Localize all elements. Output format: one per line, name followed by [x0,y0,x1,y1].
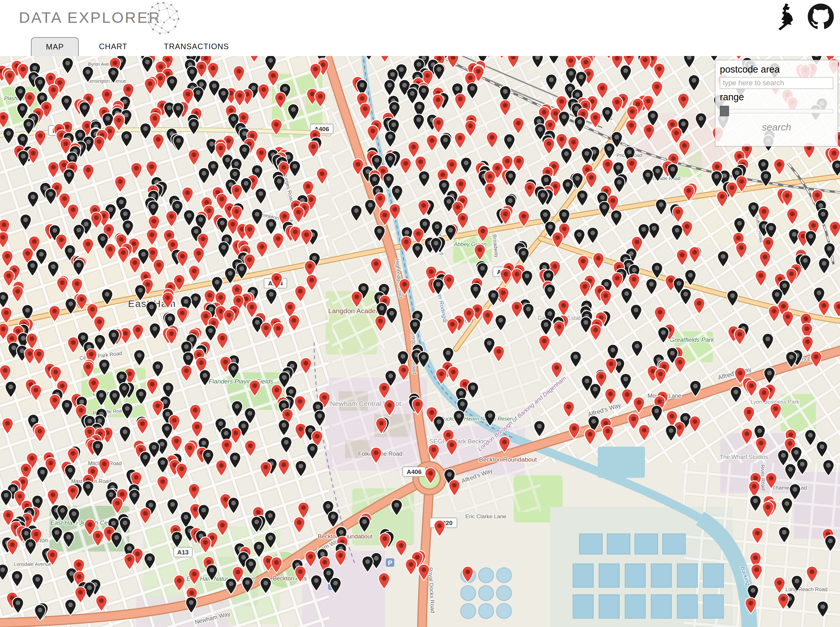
tab-chart[interactable]: CHART [99,37,127,56]
search-panel: postcode area range search [715,60,838,147]
map-label: Cuckold's Haven Nature Reserve [440,416,517,422]
parking-icon: P [386,558,394,567]
tab-transactions[interactable]: TRANSACTIONS [164,37,229,56]
tab-map[interactable]: MAP [31,37,79,56]
road-shield: A13 [174,547,192,557]
map-container: B165A406A124A123A406A1020A13PPP East Ham… [0,56,840,627]
search-button[interactable]: search [762,122,791,133]
range-slider[interactable] [720,105,833,117]
header-icons [775,3,834,31]
svg-text:P: P [388,559,392,566]
reservoir [598,447,645,478]
range-slider-track[interactable] [720,109,833,113]
map-label: Eric Clarke Lane [465,514,506,520]
range-slider-handle[interactable] [720,106,729,116]
postcode-search-input[interactable] [720,77,833,89]
app-root: DATA EXPLORER MAP CHART TR [0,0,840,627]
map-label: Long Reach Road [786,587,827,592]
uk-map-icon[interactable] [774,1,801,32]
map-label: Kensington Avenue [87,79,126,83]
range-label: range [720,92,833,102]
tab-bar: MAP CHART TRANSACTIONS [31,37,229,56]
app-title: DATA EXPLORER [19,8,161,26]
map-canvas[interactable]: B165A406A124A123A406A1020A13PPP East Ham… [0,56,840,627]
map-label: The Wharf Studios [720,454,768,460]
svg-text:A406: A406 [407,468,421,475]
svg-text:A13: A13 [177,549,189,556]
github-icon[interactable] [807,3,834,30]
map-label: Flanders Playing Fields [209,378,273,385]
road-shield: A406 [403,467,426,477]
map-label: Greatfields Park [670,336,715,343]
header: DATA EXPLORER MAP CHART TR [0,0,840,56]
postcode-area-label: postcode area [720,64,833,75]
network-globe-logo [146,1,181,36]
map-label: Beckton Roundabout [479,456,537,463]
